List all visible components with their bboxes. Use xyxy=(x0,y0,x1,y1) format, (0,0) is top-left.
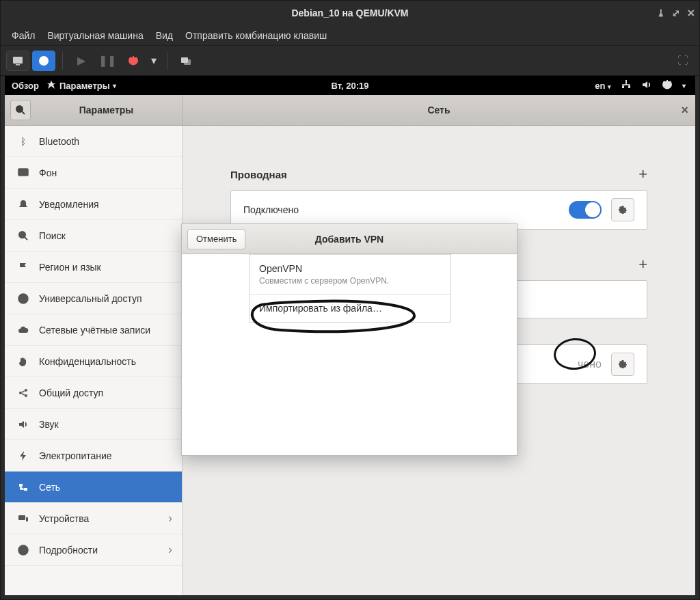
proxy-status: чено xyxy=(578,358,602,370)
sidebar-item-notifications[interactable]: Уведомления xyxy=(5,189,182,220)
add-vpn-dialog: Отменить Добавить VPN OpenVPN Совместим … xyxy=(181,223,517,456)
chevron-right-icon: › xyxy=(168,511,172,526)
sidebar-item-label: Уведомления xyxy=(39,199,99,210)
sidebar-item-label: Фон xyxy=(39,167,57,178)
vpn-option-import[interactable]: Импортировать из файла… xyxy=(250,294,450,322)
svg-rect-1 xyxy=(16,64,20,66)
svg-rect-20 xyxy=(18,515,25,520)
svg-rect-0 xyxy=(13,57,23,64)
network-icon[interactable] xyxy=(621,79,632,92)
hand-icon xyxy=(17,356,29,367)
sidebar-item-search[interactable]: Поиск xyxy=(5,220,182,251)
play-button[interactable]: ▶ xyxy=(70,51,93,71)
sidebar-item-label: Конфиденциальность xyxy=(39,356,136,367)
maximize-icon[interactable]: ⤢ xyxy=(672,8,680,18)
cloud-icon xyxy=(17,325,29,336)
sidebar-item-background[interactable]: Фон xyxy=(5,157,182,189)
settings-window: Параметры Сеть × ᛒBluetooth Фон Уведомле… xyxy=(5,95,695,595)
overview-button[interactable]: Обзор xyxy=(12,81,39,91)
sidebar-item-label: Звук xyxy=(39,419,59,430)
vm-menubar: Файл Виртуальная машина Вид Отправить ко… xyxy=(1,25,699,46)
svg-rect-9 xyxy=(628,86,630,88)
panel-clock[interactable]: Вт, 20:19 xyxy=(331,81,368,91)
system-menu-arrow[interactable]: ▾ xyxy=(682,82,686,90)
sidebar-item-label: Электропитание xyxy=(39,450,112,461)
fullscreen-button[interactable]: ⛶ xyxy=(677,55,688,67)
vm-title: Debian_10 на QEMU/KVM xyxy=(291,8,408,18)
svg-point-10 xyxy=(16,106,23,112)
search-button[interactable] xyxy=(10,100,31,120)
bolt-icon xyxy=(17,450,29,461)
minimize-icon[interactable]: ⤓ xyxy=(657,8,665,18)
sidebar-item-label: Общий доступ xyxy=(39,387,103,398)
bluetooth-icon: ᛒ xyxy=(17,136,29,147)
sidebar-item-devices[interactable]: Устройства› xyxy=(5,503,182,534)
info-button[interactable]: i xyxy=(32,51,55,71)
gnome-top-panel: Обзор Параметры ▾ Вт, 20:19 en ▾ ▾ xyxy=(5,76,695,95)
chevron-right-icon: › xyxy=(168,543,172,557)
sidebar-item-network[interactable]: Сеть xyxy=(5,472,182,503)
vpn-type-list: OpenVPN Совместим с сервером OpenVPN. Им… xyxy=(249,254,451,323)
power-icon[interactable] xyxy=(662,79,673,92)
power-button[interactable] xyxy=(122,51,145,71)
pause-button[interactable]: ❚❚ xyxy=(96,51,119,71)
panel-title: Сеть xyxy=(183,105,695,115)
svg-rect-8 xyxy=(622,86,624,88)
info-icon xyxy=(17,545,29,556)
volume-icon[interactable] xyxy=(641,79,652,92)
svg-point-14 xyxy=(23,295,25,297)
sidebar-item-details[interactable]: Подробности› xyxy=(5,534,182,566)
panel-lang[interactable]: en ▾ xyxy=(595,81,611,91)
background-icon xyxy=(17,167,29,178)
svg-rect-24 xyxy=(23,549,24,553)
svg-point-17 xyxy=(25,394,27,397)
search-icon xyxy=(17,230,29,241)
close-icon[interactable]: ✕ xyxy=(687,8,695,18)
sidebar-item-sharing[interactable]: Общий доступ xyxy=(5,377,182,409)
proxy-settings-button[interactable] xyxy=(611,353,634,376)
add-vpn-button[interactable]: + xyxy=(638,256,647,273)
svg-point-16 xyxy=(25,389,27,392)
flag-icon xyxy=(17,262,29,273)
accessibility-icon xyxy=(17,293,29,304)
sidebar-item-label: Сеть xyxy=(39,482,60,493)
menu-machine[interactable]: Виртуальная машина xyxy=(47,30,143,41)
console-button[interactable] xyxy=(6,51,29,71)
power-menu-arrow[interactable]: ▾ xyxy=(148,54,160,67)
svg-rect-18 xyxy=(19,484,23,487)
vpn-option-openvpn[interactable]: OpenVPN Совместим с сервером OpenVPN. xyxy=(250,254,450,294)
wired-section-title: Проводная xyxy=(230,169,638,180)
sidebar-item-label: Поиск xyxy=(39,230,66,241)
wired-toggle[interactable] xyxy=(569,201,602,219)
sidebar-item-label: Подробности xyxy=(39,545,98,556)
vm-window: Debian_10 на QEMU/KVM ⤓ ⤢ ✕ Файл Виртуал… xyxy=(0,0,700,600)
bell-icon xyxy=(17,199,29,210)
sidebar-item-privacy[interactable]: Конфиденциальность xyxy=(5,346,182,377)
volume-icon xyxy=(17,419,29,430)
svg-rect-7 xyxy=(625,80,627,83)
sidebar-item-sound[interactable]: Звук xyxy=(5,409,182,440)
vm-toolbar: i ▶ ❚❚ ▾ ⛶ xyxy=(1,46,699,76)
svg-point-12 xyxy=(19,232,25,238)
menu-file[interactable]: Файл xyxy=(12,30,35,41)
sidebar-item-online-accounts[interactable]: Сетевые учётные записи xyxy=(5,314,182,346)
sidebar-item-universal-access[interactable]: Универсальный доступ xyxy=(5,283,182,314)
sidebar-item-region[interactable]: Регион и язык xyxy=(5,251,182,283)
menu-send-keys[interactable]: Отправить комбинацию клавиш xyxy=(185,30,327,41)
snapshot-button[interactable] xyxy=(174,51,198,71)
devices-icon xyxy=(17,513,29,524)
vm-titlebar: Debian_10 на QEMU/KVM ⤓ ⤢ ✕ xyxy=(1,1,699,25)
svg-rect-21 xyxy=(26,517,28,521)
vpn-option-desc: Совместим с сервером OpenVPN. xyxy=(259,276,441,286)
sidebar-item-power[interactable]: Электропитание xyxy=(5,440,182,472)
svg-rect-6 xyxy=(184,59,191,65)
panel-app-label[interactable]: Параметры xyxy=(59,81,110,91)
wired-settings-button[interactable] xyxy=(611,198,634,221)
sidebar-item-bluetooth[interactable]: ᛒBluetooth xyxy=(5,126,182,157)
window-close-button[interactable]: × xyxy=(681,103,688,118)
settings-sidebar: ᛒBluetooth Фон Уведомления Поиск Регион … xyxy=(5,126,183,595)
menu-view[interactable]: Вид xyxy=(156,30,173,41)
add-wired-button[interactable]: + xyxy=(638,165,647,183)
svg-point-23 xyxy=(23,547,24,549)
cancel-button[interactable]: Отменить xyxy=(187,229,245,249)
